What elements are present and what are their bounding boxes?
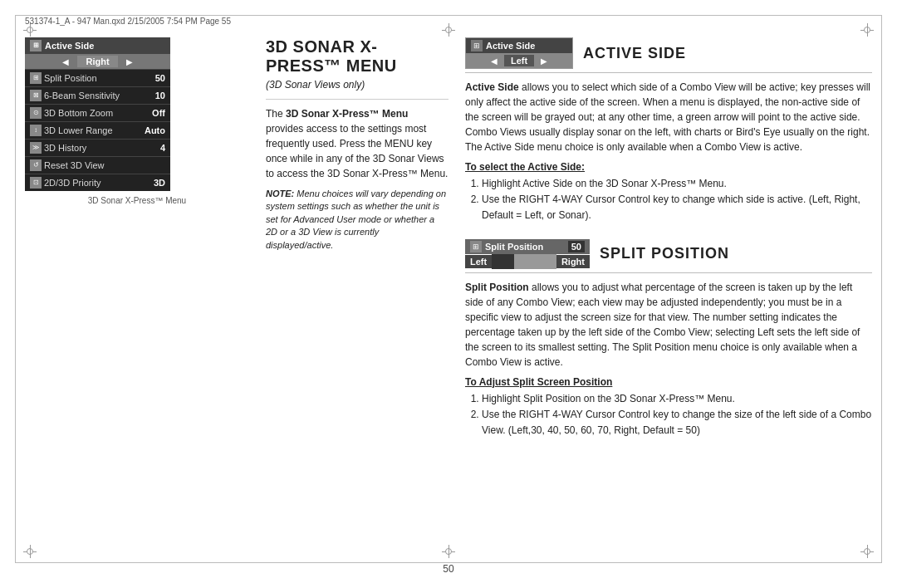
reset-icon: ↺ — [30, 159, 42, 171]
history-label: ≫ 3D History — [30, 142, 86, 154]
menu-item-priority[interactable]: ⊡ 2D/3D Priority 3D — [25, 174, 170, 191]
priority-label: ⊡ 2D/3D Priority — [30, 177, 100, 189]
active-side-widget-title: Active Side — [486, 41, 535, 51]
middle-body-text2: provides access to the settings most fre… — [266, 123, 448, 179]
lower-range-label: ↕ 3D Lower Range — [30, 125, 113, 136]
split-widget-label-group: ⊞ Split Position — [470, 241, 543, 252]
middle-section-subtitle: (3D Sonar Views only) — [266, 79, 448, 91]
active-side-steps: Highlight Active Side on the 3D Sonar X-… — [482, 176, 872, 224]
split-position-header: ⊞ Split Position 50 Left Right SPLIT POS… — [465, 239, 872, 273]
split-position-value: 50 — [155, 73, 165, 83]
active-side-selector: ◀ Left ▶ — [466, 53, 572, 68]
priority-value: 3D — [154, 178, 165, 188]
menu-item-beam-sensitivity[interactable]: ⊠ 6-Beam Sensitivity 10 — [25, 86, 170, 104]
active-side-sub-heading: To select the Active Side: — [465, 161, 872, 173]
split-position-widget: ⊞ Split Position 50 Left Right — [465, 239, 590, 269]
active-side-title: ACTIVE SIDE — [583, 45, 686, 62]
active-side-body-text: allows you to select which side of a Com… — [465, 81, 870, 153]
priority-icon: ⊡ — [30, 177, 42, 189]
middle-body-text1: The — [266, 108, 286, 120]
main-content: ⊞ Active Side ◀ Right ▶ ⊞ Split Position… — [25, 37, 872, 546]
menu-selector-value: Right — [77, 56, 117, 67]
split-position-sub-heading: To Adjust Split Screen Position — [465, 376, 872, 388]
reset-label: ↺ Reset 3D View — [30, 159, 105, 171]
split-position-title: SPLIT POSITION — [600, 245, 729, 262]
active-side-step-2: Use the RIGHT 4-WAY Cursor Control key t… — [482, 192, 872, 223]
split-right-btn[interactable]: Right — [556, 255, 590, 268]
bottom-zoom-value: Off — [152, 108, 165, 118]
arrow-left-icon[interactable]: ◀ — [62, 57, 69, 66]
history-value: 4 — [160, 143, 165, 153]
bottom-zoom-icon: ⊙ — [30, 107, 42, 119]
middle-body: The 3D Sonar X-Press™ Menu provides acce… — [266, 106, 448, 181]
menu-title: Active Side — [45, 41, 94, 51]
menu-item-reset[interactable]: ↺ Reset 3D View — [25, 156, 170, 174]
menu-panel-header: ⊞ Active Side — [25, 37, 170, 54]
menu-item-bottom-zoom[interactable]: ⊙ 3D Bottom Zoom Off — [25, 104, 170, 121]
active-side-body: Active Side allows you to select which s… — [465, 80, 872, 154]
split-position-steps: Highlight Split Position on the 3D Sonar… — [482, 391, 872, 439]
split-widget-title: Split Position — [485, 242, 543, 252]
split-left-btn[interactable]: Left — [465, 255, 492, 268]
split-widget-icon: ⊞ — [470, 241, 482, 252]
split-step-1: Highlight Split Position on the 3D Sonar… — [482, 391, 872, 407]
header-text: 531374-1_A - 947 Man.qxd 2/15/2005 7:54 … — [25, 17, 231, 26]
active-side-header: ⊞ Active Side ◀ Left ▶ ACTIVE SIDE — [465, 37, 872, 73]
active-side-bold-label: Active Side — [465, 81, 519, 93]
active-side-step-1: Highlight Active Side on the 3D Sonar X-… — [482, 176, 872, 192]
split-position-label: ⊞ Split Position — [30, 72, 97, 84]
menu-panel: ⊞ Active Side ◀ Right ▶ ⊞ Split Position… — [25, 37, 170, 191]
split-position-icon: ⊞ — [30, 72, 42, 84]
split-widget-number: 50 — [568, 241, 585, 252]
beam-sensitivity-value: 10 — [155, 91, 165, 100]
active-side-widget: ⊞ Active Side ◀ Left ▶ — [465, 37, 573, 69]
page-header: 531374-1_A - 947 Man.qxd 2/15/2005 7:54 … — [25, 17, 872, 26]
split-position-section: ⊞ Split Position 50 Left Right SPLIT POS… — [465, 239, 872, 439]
menu-item-history[interactable]: ≫ 3D History 4 — [25, 139, 170, 156]
split-widget-bar-row: Left Right — [465, 254, 590, 269]
note-label: NOTE: — [266, 189, 294, 198]
split-bar — [492, 254, 556, 269]
middle-section-title: 3D SONAR X-PRESS™ MENU — [266, 37, 448, 76]
split-position-body-text: allows you to adjust what percentage of … — [465, 282, 860, 368]
split-position-body: Split Position allows you to adjust what… — [465, 280, 872, 370]
split-position-bold-label: Split Position — [465, 282, 529, 293]
lower-range-value: Auto — [145, 125, 165, 135]
middle-note: NOTE: Menu choices will vary depending o… — [266, 188, 448, 252]
lower-range-icon: ↕ — [30, 125, 42, 136]
menu-caption: 3D Sonar X-Press™ Menu — [25, 196, 249, 205]
page-number: 50 — [443, 563, 453, 575]
active-side-arrow-right[interactable]: ▶ — [541, 56, 547, 66]
middle-column: 3D SONAR X-PRESS™ MENU (3D Sonar Views o… — [266, 37, 448, 546]
middle-body-bold: 3D Sonar X-Press™ Menu — [286, 108, 408, 120]
right-column: ⊞ Active Side ◀ Left ▶ ACTIVE SIDE Activ… — [465, 37, 872, 546]
active-side-arrow-left[interactable]: ◀ — [491, 56, 498, 66]
active-side-widget-title-row: ⊞ Active Side — [466, 38, 572, 53]
active-side-section: ⊞ Active Side ◀ Left ▶ ACTIVE SIDE Activ… — [465, 37, 872, 224]
split-widget-top-row: ⊞ Split Position 50 — [465, 239, 590, 254]
menu-selector-row: ◀ Right ▶ — [25, 54, 170, 69]
menu-item-lower-range[interactable]: ↕ 3D Lower Range Auto — [25, 121, 170, 139]
history-icon: ≫ — [30, 142, 42, 154]
arrow-right-icon[interactable]: ▶ — [126, 57, 133, 66]
beam-sensitivity-icon: ⊠ — [30, 90, 42, 101]
left-column: ⊞ Active Side ◀ Right ▶ ⊞ Split Position… — [25, 37, 249, 546]
bottom-zoom-label: ⊙ 3D Bottom Zoom — [30, 107, 113, 119]
active-side-selector-value: Left — [504, 55, 534, 66]
menu-item-split-position[interactable]: ⊞ Split Position 50 — [25, 69, 170, 86]
split-step-2: Use the RIGHT 4-WAY Cursor Control key t… — [482, 407, 872, 439]
active-side-widget-icon: ⊞ — [471, 40, 483, 51]
menu-icon: ⊞ — [30, 40, 42, 51]
middle-divider — [266, 99, 448, 100]
beam-sensitivity-label: ⊠ 6-Beam Sensitivity — [30, 90, 120, 101]
